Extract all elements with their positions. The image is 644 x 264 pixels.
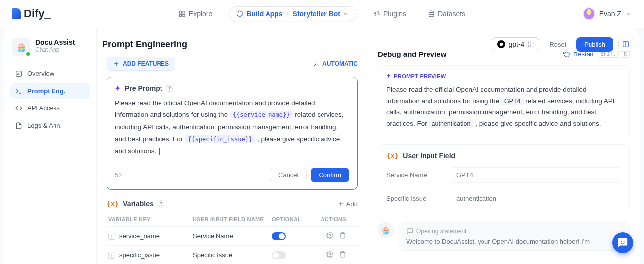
- shortcut-key: Shift: [598, 51, 619, 58]
- add-features-label: ADD FEATURES: [123, 60, 169, 67]
- logo[interactable]: Dify_: [12, 7, 51, 20]
- gear-icon[interactable]: [326, 232, 333, 240]
- nav-build-label: Build Apps: [246, 10, 282, 18]
- svg-point-27: [621, 241, 622, 242]
- sidebar-api[interactable]: API Access: [10, 101, 90, 116]
- nav-bot-label: Storyteller Bot: [293, 10, 340, 18]
- add-label: Add: [346, 200, 358, 208]
- cancel-button[interactable]: Cancel: [270, 168, 307, 182]
- message-icon: [406, 228, 413, 235]
- nav-datasets[interactable]: Datasets: [423, 7, 470, 21]
- preprompt-editor[interactable]: Please read the official OpenAI document…: [115, 97, 349, 157]
- help-icon[interactable]: ?: [166, 85, 173, 92]
- svg-point-6: [429, 11, 434, 12]
- sidebar-prompt-label: Prompt Eng.: [27, 87, 65, 95]
- col-actions: ACTIONS: [307, 216, 346, 222]
- grid-icon: [179, 10, 186, 17]
- optional-toggle[interactable]: [272, 232, 286, 240]
- svg-point-25: [329, 235, 331, 237]
- nav-build-pill[interactable]: Build Apps / Storyteller Bot: [229, 6, 357, 21]
- svg-rect-3: [183, 14, 185, 16]
- code-icon: [15, 105, 22, 112]
- preview-label: PROMPT PREVIEW: [394, 73, 446, 79]
- text-type-icon: T: [108, 252, 115, 259]
- opening-label: Opening statement: [416, 228, 466, 235]
- col-field: USER INPUT FIELD NAME: [193, 216, 272, 222]
- add-features-button[interactable]: ADD FEATURES: [107, 57, 175, 71]
- add-variable-button[interactable]: Add: [337, 200, 358, 208]
- resolved-var: GPT4: [501, 97, 524, 105]
- shortcut-key: R: [621, 51, 630, 58]
- svg-point-28: [624, 241, 625, 242]
- resolved-var: authentication: [429, 120, 474, 128]
- confirm-button[interactable]: Confirm: [311, 168, 349, 182]
- chevron-down-icon: [625, 10, 632, 17]
- gear-icon[interactable]: [326, 251, 333, 259]
- app-card: 🧁 Docu Assist Chat App: [10, 35, 90, 63]
- automatic-label: AUTOMATIC: [322, 60, 358, 67]
- svg-rect-1: [183, 11, 185, 13]
- variable-row: Tspecific_issue Specific Issue: [107, 245, 358, 264]
- inputs-title: User Input Field: [403, 152, 455, 159]
- nav-explore[interactable]: Explore: [174, 7, 217, 21]
- wand-icon: [313, 60, 320, 67]
- char-count: 52: [115, 171, 122, 179]
- variable-icon: {x}: [386, 152, 399, 159]
- svg-rect-2: [180, 14, 182, 16]
- svg-rect-0: [180, 11, 182, 13]
- avatar: [583, 7, 595, 20]
- restart-label: Restart: [573, 51, 594, 58]
- text-type-icon: T: [108, 233, 115, 240]
- restart-button[interactable]: Restart: [563, 51, 594, 58]
- automatic-button[interactable]: AUTOMATIC: [313, 60, 358, 67]
- sidebar-prompt[interactable]: Prompt Eng.: [10, 83, 90, 99]
- variable-pill[interactable]: {{specific_issue}}: [185, 135, 255, 143]
- variable-row: Tservice_name Service Name: [107, 226, 358, 245]
- nav-datasets-label: Datasets: [438, 10, 465, 18]
- terminal-icon: [15, 88, 22, 95]
- sidebar-api-label: API Access: [27, 105, 60, 112]
- chevron-down-icon: [342, 10, 349, 17]
- sidebar-logs-label: Logs & Ann.: [27, 122, 62, 129]
- nav-explore-label: Explore: [189, 10, 212, 18]
- prompt-preview-card: ✦ PROMPT PREVIEW Please read the officia…: [378, 65, 630, 137]
- variables-title: Variables: [123, 200, 154, 208]
- variables-section: {x} Variables ? Add VARIABLE KEY USER IN…: [107, 200, 358, 264]
- trash-icon[interactable]: [339, 251, 346, 259]
- trash-icon[interactable]: [339, 232, 346, 240]
- user-menu[interactable]: Evan Z: [583, 7, 632, 20]
- optional-toggle[interactable]: [272, 251, 286, 259]
- opening-bubble: Opening statement Welcome to DocuAssist,…: [399, 222, 630, 251]
- nav-plugins[interactable]: Plugins: [369, 7, 411, 21]
- cube-icon: [236, 10, 243, 17]
- app-type: Chat App: [35, 46, 75, 53]
- svg-point-5: [375, 13, 376, 14]
- help-icon[interactable]: ?: [158, 200, 164, 207]
- chart-icon: [15, 70, 22, 77]
- user-input-card: {x} User Input Field Service Name GPT4 S…: [378, 144, 630, 213]
- preprompt-card: ✦ Pre Prompt ? Please read the official …: [107, 77, 358, 190]
- col-key: VARIABLE KEY: [108, 216, 193, 222]
- plus-icon: [113, 60, 120, 67]
- sidebar-overview-label: Overview: [27, 70, 54, 77]
- preprompt-title: Pre Prompt: [125, 84, 162, 92]
- input-field[interactable]: authentication: [451, 191, 621, 206]
- refresh-icon: [563, 51, 570, 58]
- sidebar-logs[interactable]: Logs & Ann.: [10, 118, 90, 133]
- file-icon: [15, 122, 22, 129]
- preview-text: Please read the official OpenAI document…: [386, 84, 621, 130]
- svg-point-26: [329, 254, 331, 256]
- sparkle-icon: ✦: [115, 84, 121, 92]
- variable-pill[interactable]: {{service_name}}: [230, 111, 293, 119]
- chat-fab[interactable]: [612, 232, 633, 253]
- database-icon: [428, 10, 435, 17]
- chat-icon: [617, 237, 628, 248]
- user-name: Evan Z: [599, 10, 621, 18]
- plus-icon: [337, 200, 344, 207]
- sidebar-overview[interactable]: Overview: [10, 66, 90, 81]
- puzzle-icon: [374, 10, 380, 17]
- input-field[interactable]: GPT4: [451, 167, 621, 183]
- app-name: Docu Assist: [35, 38, 75, 46]
- nav-plugins-label: Plugins: [383, 10, 406, 18]
- sparkle-icon: ✦: [386, 73, 391, 79]
